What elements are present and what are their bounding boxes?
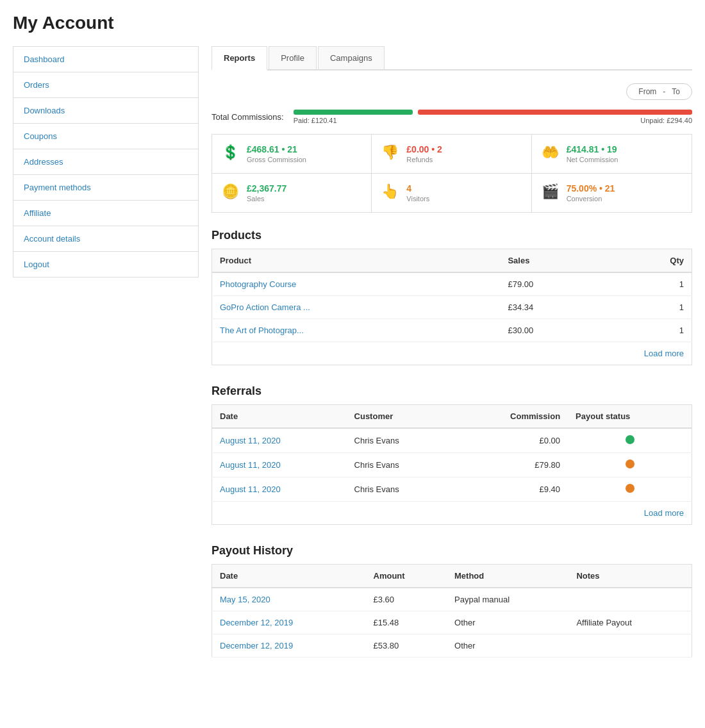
status-dot-orange [626, 459, 634, 468]
stat-refunds: 👎 £0.00 • 2 Refunds [372, 135, 531, 174]
referral-customer: Chris Evans [347, 453, 453, 477]
sales-col-header: Sales [500, 249, 611, 273]
unpaid-bar [418, 110, 692, 115]
thumbsdown-icon: 👎 [381, 144, 399, 161]
ph-amount: £3.60 [366, 588, 447, 611]
pointer-icon: 👆 [381, 183, 399, 200]
ph-notes [568, 588, 692, 611]
stats-grid: 💲 £468.61 • 21 Gross Commission 👎 £0.00 … [212, 134, 692, 213]
tab-reports[interactable]: Reports [212, 46, 267, 70]
ph-amount-col-header: Amount [366, 565, 447, 588]
products-heading: Products [212, 229, 692, 242]
status-dot-green [626, 435, 634, 444]
sidebar-item-dashboard[interactable]: Dashboard [13, 47, 198, 72]
sidebar-item-orders[interactable]: Orders [13, 72, 198, 98]
ph-date: December 12, 2019 [212, 611, 366, 634]
ph-amount: £15.48 [366, 611, 447, 634]
stat-net-commission: 🤲 £414.81 • 19 Net Commission [532, 135, 692, 174]
ph-method: Other [447, 634, 568, 658]
products-table: Product Sales Qty Photography Course £79… [212, 249, 692, 365]
ph-method: Other [447, 611, 568, 634]
referral-commission: £9.40 [452, 477, 568, 502]
stat-sales: 🪙 £2,367.77 Sales [212, 174, 372, 212]
sidebar-item-payment-methods[interactable]: Payment methods [13, 175, 198, 201]
products-load-more[interactable]: Load more [212, 342, 692, 365]
referral-commission: £79.80 [452, 453, 568, 477]
products-section: Products Product Sales Qty Photography C… [212, 229, 692, 365]
page-title: My Account [13, 13, 692, 33]
tab-profile[interactable]: Profile [269, 46, 317, 69]
coins-icon: 🪙 [222, 183, 239, 200]
commission-progress: Paid: £120.41 Unpaid: £294.40 [294, 110, 692, 124]
stat-gross-commission: 💲 £468.61 • 21 Gross Commission [212, 135, 372, 174]
sidebar-item-logout[interactable]: Logout [13, 252, 198, 277]
referral-commission: £0.00 [452, 428, 568, 453]
referrals-section: Referrals Date Customer Commission Payou… [212, 385, 692, 525]
refunds-label: Refunds [406, 156, 442, 163]
table-row: December 12, 2019 £53.80 Other [212, 634, 692, 658]
referrals-load-more-row: Load more [212, 502, 692, 525]
sales-value: £2,367.77 [247, 183, 286, 194]
ph-date: December 12, 2019 [212, 634, 366, 658]
payout-history-section: Payout History Date Amount Method Notes … [212, 544, 692, 658]
referrals-heading: Referrals [212, 385, 692, 398]
to-label: To [672, 87, 680, 96]
sidebar-item-addresses[interactable]: Addresses [13, 149, 198, 175]
ph-date: May 15, 2020 [212, 588, 366, 611]
referral-date: August 11, 2020 [212, 428, 347, 453]
table-row: December 12, 2019 £15.48 Other Affiliate… [212, 611, 692, 634]
hands-icon: 🤲 [542, 144, 559, 161]
table-row: August 11, 2020 Chris Evans £79.80 [212, 453, 692, 477]
referrals-load-more[interactable]: Load more [212, 502, 692, 525]
visitors-label: Visitors [406, 195, 429, 203]
ph-method: Paypal manual [447, 588, 568, 611]
conversion-label: Conversion [567, 195, 615, 203]
date-range-input[interactable]: From - To [626, 83, 692, 100]
sidebar-item-account-details[interactable]: Account details [13, 226, 198, 252]
products-load-more-row: Load more [212, 342, 692, 365]
customer-col-header: Customer [347, 405, 453, 429]
product-name: The Art of Photograp... [212, 319, 501, 342]
commissions-bar: Total Commissions: Paid: £120.41 Unpaid:… [212, 110, 692, 124]
sales-label: Sales [247, 195, 286, 203]
gross-commission-value: £468.61 • 21 [247, 144, 306, 154]
sidebar-nav: Dashboard Orders Downloads Coupons Addre… [13, 46, 199, 277]
conversion-value: 75.00% • 21 [567, 183, 615, 194]
product-sales: £30.00 [500, 319, 611, 342]
net-commission-label: Net Commission [567, 156, 618, 163]
tab-campaigns[interactable]: Campaigns [318, 46, 385, 69]
referrals-table: Date Customer Commission Payout status A… [212, 404, 692, 525]
ph-date-col-header: Date [212, 565, 366, 588]
tab-bar: Reports Profile Campaigns [212, 46, 692, 70]
product-col-header: Product [212, 249, 501, 273]
table-row: May 15, 2020 £3.60 Paypal manual [212, 588, 692, 611]
main-content: Reports Profile Campaigns From - To Tota… [212, 46, 692, 677]
product-sales: £34.34 [500, 296, 611, 319]
dollar-icon: 💲 [222, 144, 239, 161]
product-qty: 1 [611, 272, 692, 296]
sidebar-item-coupons[interactable]: Coupons [13, 124, 198, 149]
stat-conversion: 🎬 75.00% • 21 Conversion [532, 174, 692, 212]
ph-notes: Affiliate Payout [568, 611, 692, 634]
unpaid-label: Unpaid: £294.40 [640, 117, 692, 124]
product-sales: £79.00 [500, 272, 611, 296]
date-filter: From - To [212, 83, 692, 100]
sidebar-item-affiliate[interactable]: Affiliate [13, 201, 198, 226]
date-col-header: Date [212, 405, 347, 429]
status-dot-orange [626, 484, 634, 493]
from-label: From [638, 87, 656, 96]
referral-date: August 11, 2020 [212, 477, 347, 502]
table-row: August 11, 2020 Chris Evans £9.40 [212, 477, 692, 502]
stat-visitors: 👆 4 Visitors [372, 174, 531, 212]
paid-bar [294, 110, 413, 115]
product-name: GoPro Action Camera ... [212, 296, 501, 319]
commissions-label: Total Commissions: [212, 112, 284, 122]
refunds-value: £0.00 • 2 [406, 144, 442, 154]
visitors-value: 4 [406, 183, 429, 194]
sidebar: Dashboard Orders Downloads Coupons Addre… [13, 46, 199, 677]
referral-customer: Chris Evans [347, 477, 453, 502]
clapper-icon: 🎬 [542, 183, 559, 200]
commission-col-header: Commission [452, 405, 568, 429]
qty-col-header: Qty [611, 249, 692, 273]
sidebar-item-downloads[interactable]: Downloads [13, 98, 198, 124]
